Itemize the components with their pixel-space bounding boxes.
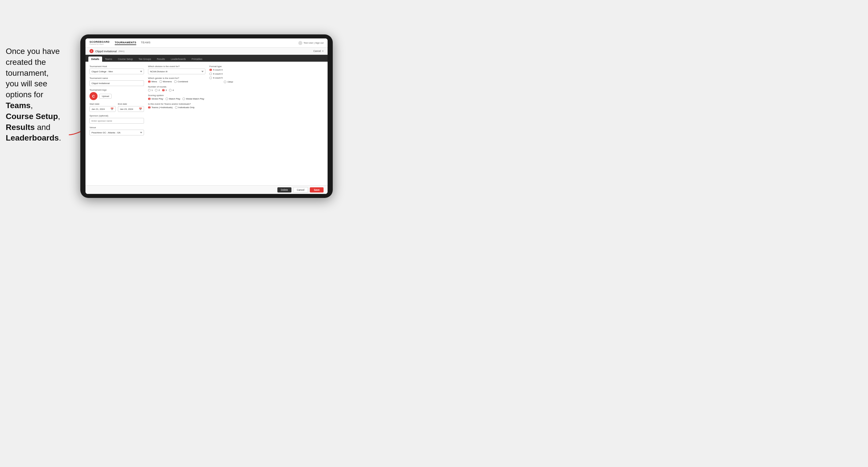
tab-leaderboards[interactable]: Leaderboards bbox=[168, 57, 188, 62]
gender-womens[interactable]: Womens bbox=[159, 80, 172, 83]
tournament-title-area: C Clippd Invitational (Men) bbox=[90, 49, 124, 53]
format-6count5-radio[interactable] bbox=[209, 76, 212, 79]
gender-combined-radio[interactable] bbox=[174, 80, 177, 83]
logo-area: SCOREBOARD Powered by clippd bbox=[90, 41, 110, 45]
col-right: Format type 5 count 4 6 count 4 6 count … bbox=[209, 65, 323, 182]
format-other-row: Other bbox=[209, 81, 323, 85]
team-individual-group: Is this event for Teams and/or Individua… bbox=[148, 103, 206, 109]
nav-user: Test User | Sign out bbox=[298, 41, 323, 45]
nav-tournaments[interactable]: TOURNAMENTS bbox=[115, 41, 136, 45]
end-date-input[interactable]: Jan 23, 2024 📅 bbox=[118, 106, 144, 112]
cancel-button[interactable]: Cancel bbox=[293, 187, 308, 193]
tab-printables[interactable]: Printables bbox=[189, 57, 206, 62]
col-left: Tournament Host Clippd College - Men Tou… bbox=[90, 65, 144, 182]
tournament-logo-group: Tournament logo C Upload bbox=[90, 89, 144, 100]
tablet-screen: SCOREBOARD Powered by clippd TOURNAMENTS… bbox=[86, 38, 328, 194]
individuals-only[interactable]: Individuals Only bbox=[175, 106, 194, 109]
venue-select[interactable]: Peachtree GC - Atlanta - GA bbox=[90, 130, 144, 135]
division-select[interactable]: NCAA Division III bbox=[148, 68, 206, 74]
format-6count4[interactable]: 6 count 4 bbox=[209, 72, 323, 75]
scoring-medal-radio[interactable] bbox=[182, 97, 185, 100]
main-content: Tournament Host Clippd College - Men Tou… bbox=[86, 62, 328, 185]
gender-group: Which gender is the event for? Mens Wome… bbox=[148, 77, 206, 83]
format-label: Format type bbox=[209, 65, 323, 68]
tablet-shell: SCOREBOARD Powered by clippd TOURNAMENTS… bbox=[80, 34, 333, 198]
calendar-icon-start: 📅 bbox=[111, 107, 114, 111]
format-group: Format type 5 count 4 6 count 4 6 count … bbox=[209, 65, 323, 85]
venue-group: Venue Peachtree GC - Atlanta - GA bbox=[90, 126, 144, 135]
format-other[interactable]: Other bbox=[224, 81, 233, 83]
scoring-match[interactable]: Match Play bbox=[165, 97, 180, 100]
nav-teams[interactable]: TEAMS bbox=[141, 41, 151, 45]
tournament-name-input[interactable] bbox=[90, 80, 144, 86]
delete-button[interactable]: Delete bbox=[277, 187, 291, 192]
gender-combined[interactable]: Combined bbox=[174, 80, 188, 83]
calendar-icon-end: 📅 bbox=[139, 107, 142, 111]
division-label: Which division is the event for? bbox=[148, 65, 206, 68]
rounds-4[interactable]: 4 bbox=[169, 89, 174, 92]
start-date-input[interactable]: Jan 21, 2024 📅 bbox=[90, 106, 116, 112]
logo-upload-row: C Upload bbox=[90, 92, 144, 100]
tournament-tag: (Men) bbox=[119, 50, 124, 53]
rounds-1-radio[interactable] bbox=[148, 89, 151, 92]
sponsor-input[interactable] bbox=[90, 118, 144, 124]
teams-individuals-radio[interactable] bbox=[148, 106, 151, 109]
user-avatar bbox=[298, 41, 302, 45]
tab-teams[interactable]: Teams bbox=[102, 57, 115, 62]
gender-womens-radio[interactable] bbox=[159, 80, 162, 83]
tab-course-setup[interactable]: Course Setup bbox=[115, 57, 136, 62]
tab-details[interactable]: Details bbox=[88, 57, 102, 62]
tournament-host-group: Tournament Host Clippd College - Men bbox=[90, 65, 144, 74]
logo-sub: Powered by clippd bbox=[90, 43, 110, 45]
format-other-radio[interactable] bbox=[224, 81, 226, 83]
tournament-header: C Clippd Invitational (Men) Cancel × bbox=[86, 48, 328, 55]
format-5count4-radio[interactable] bbox=[209, 68, 212, 71]
gender-mens-label: Mens bbox=[151, 80, 157, 83]
division-group: Which division is the event for? NCAA Di… bbox=[148, 65, 206, 74]
rounds-2[interactable]: 2 bbox=[155, 89, 159, 92]
rounds-3[interactable]: 3 bbox=[162, 89, 167, 92]
save-button[interactable]: Save bbox=[310, 187, 323, 192]
rounds-label: Number of rounds bbox=[148, 86, 206, 88]
top-nav: SCOREBOARD Powered by clippd TOURNAMENTS… bbox=[86, 38, 328, 48]
rounds-4-radio[interactable] bbox=[169, 89, 172, 92]
tournament-host-select[interactable]: Clippd College - Men bbox=[90, 68, 144, 74]
rounds-group: Number of rounds 1 2 3 bbox=[148, 86, 206, 92]
logo-preview: C bbox=[90, 92, 97, 100]
sponsor-group: Sponsor (optional) bbox=[90, 115, 144, 124]
user-label[interactable]: Test User | Sign out bbox=[304, 41, 323, 44]
individuals-only-radio[interactable] bbox=[175, 106, 178, 109]
date-row: Start date Jan 21, 2024 📅 End date Jan 2… bbox=[90, 103, 144, 112]
tab-results[interactable]: Results bbox=[154, 57, 168, 62]
scoring-radio-group: Stroke Play Match Play Medal Match Play bbox=[148, 97, 206, 100]
scoring-group: Scoring system Stroke Play Match Play bbox=[148, 94, 206, 100]
rounds-radio-group: 1 2 3 4 bbox=[148, 89, 206, 92]
scoring-label: Scoring system bbox=[148, 94, 206, 97]
scoring-match-radio[interactable] bbox=[165, 97, 168, 100]
tournament-host-label: Tournament Host bbox=[90, 65, 144, 68]
rounds-2-radio[interactable] bbox=[155, 89, 157, 92]
format-5count4[interactable]: 5 count 4 bbox=[209, 68, 323, 71]
scoring-stroke-radio[interactable] bbox=[148, 97, 151, 100]
tournament-title: Clippd Invitational bbox=[95, 50, 117, 53]
tab-bar: Details Teams Course Setup Tee Groups Re… bbox=[86, 55, 328, 62]
nav-links: TOURNAMENTS TEAMS bbox=[115, 41, 298, 45]
format-6count4-radio[interactable] bbox=[209, 72, 212, 75]
rounds-1[interactable]: 1 bbox=[148, 89, 153, 92]
scoring-medal-match[interactable]: Medal Match Play bbox=[182, 97, 204, 100]
tab-tee-groups[interactable]: Tee Groups bbox=[136, 57, 154, 62]
tournament-icon: C bbox=[90, 49, 94, 53]
gender-mens-radio[interactable] bbox=[148, 80, 151, 83]
rounds-3-radio[interactable] bbox=[162, 89, 165, 92]
gender-combined-label: Combined bbox=[178, 80, 188, 83]
teams-individuals[interactable]: Teams (+Individuals) bbox=[148, 106, 173, 109]
gender-mens[interactable]: Mens bbox=[148, 80, 157, 83]
tournament-name-group: Tournament name bbox=[90, 77, 144, 86]
upload-button[interactable]: Upload bbox=[99, 94, 112, 99]
tournament-logo-label: Tournament logo bbox=[90, 89, 144, 91]
scoring-stroke[interactable]: Stroke Play bbox=[148, 97, 163, 100]
cancel-header-btn[interactable]: Cancel × bbox=[313, 50, 323, 53]
col-middle: Which division is the event for? NCAA Di… bbox=[148, 65, 206, 182]
format-6count5[interactable]: 6 count 5 bbox=[209, 76, 323, 79]
team-individual-label: Is this event for Teams and/or Individua… bbox=[148, 103, 206, 105]
